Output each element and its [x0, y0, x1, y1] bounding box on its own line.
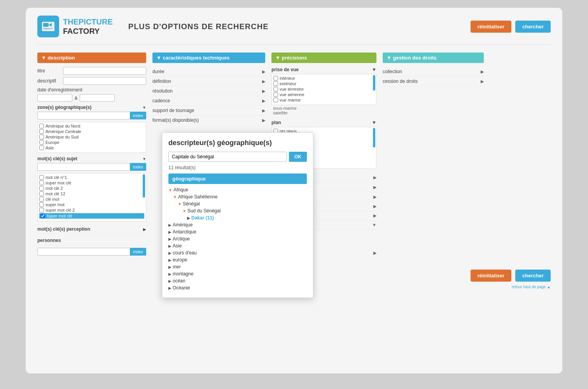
pdv-check-3[interactable]: [273, 87, 278, 91]
cession-arrow: ▶: [481, 79, 484, 84]
mc-check-1[interactable]: [39, 175, 44, 180]
carac-resolution: résolution ▶: [152, 86, 265, 96]
perception-label: mot(s) clé(s) perception: [37, 226, 90, 232]
header-buttons: réinitialiser chercher: [471, 21, 551, 33]
pdv-item-5: vue marine: [273, 98, 374, 102]
modal-category-header: géographique: [168, 173, 307, 184]
geo-index-row: index: [37, 112, 146, 119]
geo-triangle: ▼: [142, 105, 146, 110]
logo-area: THEPICTURE FACTORY: [37, 16, 113, 37]
mc-item-8: hyper mot clé: [39, 213, 144, 219]
search-button-top[interactable]: chercher: [515, 21, 551, 33]
modal-title: descripteur(s) géographique(s): [168, 139, 307, 147]
geo-check-5[interactable]: [39, 145, 44, 150]
tree-antarctique[interactable]: ▶Antarctique: [168, 228, 307, 235]
perception-arrow: ▶: [143, 227, 146, 231]
geo-item-2: Amérique Centrale: [39, 129, 144, 134]
mc-check-7[interactable]: [39, 208, 44, 212]
svg-rect-1: [43, 23, 49, 27]
tree-cours-eau[interactable]: ▶cours d'eau: [168, 249, 307, 256]
droits-cession: cession de droits ▶: [383, 77, 484, 86]
mc-item-7: super mot clé 2: [39, 208, 144, 212]
droits-collection: collection ▶: [383, 67, 484, 77]
personnes-index-button[interactable]: index: [130, 248, 146, 256]
date-to-input[interactable]: [80, 94, 115, 102]
titre-input[interactable]: [63, 67, 146, 75]
mc-check-4[interactable]: [39, 191, 44, 196]
mc-item-2: super mot clé: [39, 180, 144, 185]
tree-dakar[interactable]: ▶Dakar (11): [168, 214, 307, 221]
carac-format: format(s) disponible(s) ▶: [152, 116, 265, 125]
mots-cles-list: mot clé n°1 super mot clé mot clé 2 mot …: [37, 173, 146, 221]
support-arrow: ▶: [262, 108, 265, 113]
prise-de-vue-section: prise de vue ▼ intérieur extérieur vue t…: [271, 67, 376, 116]
modal-search-input[interactable]: [168, 152, 287, 162]
pdv-check-5[interactable]: [273, 98, 278, 102]
tree-oceanie[interactable]: ▶Océanie: [168, 284, 307, 291]
svg-rect-3: [43, 28, 53, 29]
mots-cles-label: mot(s) clé(s) sujet: [37, 156, 77, 161]
tree-ocean[interactable]: ▶océan: [168, 277, 307, 284]
mc-check-6[interactable]: [39, 202, 44, 207]
tree-senegal[interactable]: ▼Sénégal: [168, 200, 307, 207]
geo-label: zone(s) géographique(s): [37, 105, 91, 110]
precisions-header: ▼ précisions: [271, 53, 376, 63]
search-button-bottom[interactable]: chercher: [515, 270, 551, 282]
carac-definition: définition ▶: [152, 77, 265, 86]
tree-europe[interactable]: ▶europe: [168, 256, 307, 263]
header: THEPICTURE FACTORY PLUS D'OPTIONS DE REC…: [37, 16, 551, 45]
reinit-button-top[interactable]: réinitialiser: [471, 21, 511, 33]
svg-rect-4: [43, 29, 50, 30]
modal-tree: ▼Afrique ▼Afrique Sahélienne ▼Sénégal ▼S…: [168, 186, 307, 291]
carac-duree: durée ▶: [152, 67, 265, 77]
mc-item-6: super mot: [39, 202, 144, 207]
definition-arrow: ▶: [262, 79, 265, 84]
mc-check-3[interactable]: [39, 186, 44, 191]
tree-mer[interactable]: ▶mer: [168, 263, 307, 270]
geo-check-4[interactable]: [39, 140, 44, 145]
pdv-check-4[interactable]: [273, 92, 278, 97]
geo-section-row: zone(s) géographique(s) ▼: [37, 105, 146, 110]
tree-arctique[interactable]: ▶Arctique: [168, 235, 307, 242]
carac-support: support de tournage ▶: [152, 106, 265, 116]
tree-afrique-sahelienne[interactable]: ▼Afrique Sahélienne: [168, 193, 307, 200]
geo-check-2[interactable]: [39, 129, 44, 134]
modal-ok-button[interactable]: OK: [289, 152, 307, 162]
pdv-scrollbar: [373, 75, 375, 91]
logo-box: [37, 16, 59, 37]
tree-montagne[interactable]: ▶montagne: [168, 270, 307, 277]
reinit-button-bottom[interactable]: réinitialiser: [471, 270, 511, 282]
geo-index-button[interactable]: index: [130, 112, 146, 119]
date-from-input[interactable]: [37, 94, 72, 102]
scrollbar-indicator: [143, 174, 145, 198]
pdv-item-4: vue aérienne: [273, 92, 374, 97]
description-column: ▼ description titre descriptif date d'en…: [37, 53, 146, 258]
tree-amerique[interactable]: ▶Amérique: [168, 221, 307, 228]
geo-item-4: Europe: [39, 140, 144, 145]
gestion-column: ▼ gestion des droits collection ▶ cessio…: [383, 53, 484, 258]
personnes-row: personnes: [37, 236, 146, 245]
titre-row: titre: [37, 67, 146, 75]
mc-check-2[interactable]: [39, 180, 44, 185]
tree-asie[interactable]: ▶Asie: [168, 242, 307, 249]
mots-cles-section-row: mot(s) clé(s) sujet ▼: [37, 156, 146, 161]
pdv-check-2[interactable]: [273, 81, 278, 86]
geo-item-5: Asie: [39, 145, 144, 150]
mc-item-1: mot clé n°1: [39, 175, 144, 180]
titre-label: titre: [37, 68, 61, 74]
geo-check-1[interactable]: [39, 124, 44, 128]
mots-cles-index-button[interactable]: index: [130, 163, 146, 171]
mc-check-5[interactable]: [39, 197, 44, 202]
descriptif-label: descriptif: [37, 78, 61, 84]
mc-check-8[interactable]: [40, 214, 45, 218]
tree-afrique[interactable]: ▼Afrique: [168, 186, 307, 193]
brand-name: THEPICTURE FACTORY: [63, 17, 113, 36]
personnes-index-row: index: [37, 248, 146, 256]
tree-sud-senegal[interactable]: ▼Sud du Sénégal: [168, 207, 307, 214]
pdv-check-1[interactable]: [273, 76, 278, 81]
date-row: à: [37, 94, 146, 102]
date-separator: à: [75, 95, 77, 101]
perception-row: mot(s) clé(s) perception ▶: [37, 224, 146, 234]
geo-check-3[interactable]: [39, 135, 44, 139]
descriptif-input[interactable]: [63, 77, 146, 85]
